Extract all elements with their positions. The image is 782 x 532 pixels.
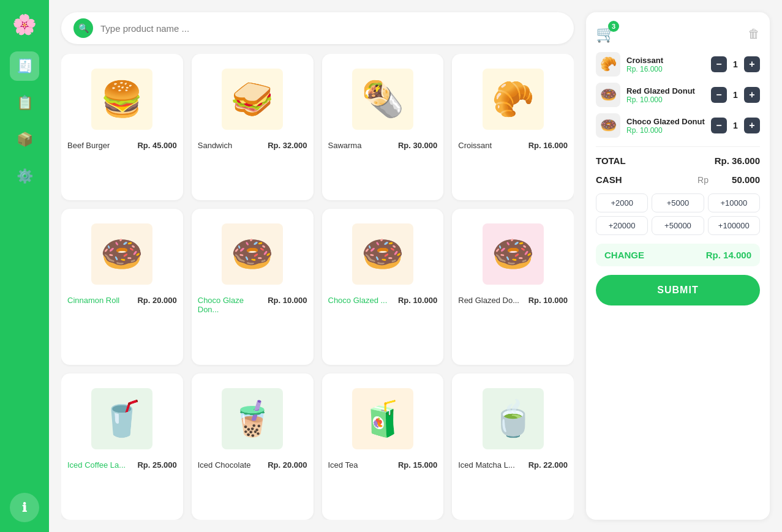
product-info: Iced Tea Rp. 15.000 xyxy=(328,460,438,470)
product-emoji: 🍵 xyxy=(483,388,544,449)
product-info: Choco Glaze Don... Rp. 10.000 xyxy=(198,296,307,314)
sidebar-item-pos[interactable]: 🧾 xyxy=(10,51,39,81)
product-info: Red Glazed Do... Rp. 10.000 xyxy=(458,296,568,305)
cart-item-details: Red Glazed Donut Rp. 10.000 xyxy=(626,86,705,104)
product-image: 🍩 xyxy=(458,217,568,291)
quick-amount-button[interactable]: +10000 xyxy=(708,193,760,212)
cart-item-image: 🥐 xyxy=(596,52,620,77)
product-card[interactable]: 🥪 Sandwich Rp. 32.000 xyxy=(192,54,314,200)
product-emoji: 🍩 xyxy=(222,223,283,285)
submit-button[interactable]: SUBMIT xyxy=(596,275,760,305)
cart-item-qty: − 1 + xyxy=(711,87,760,103)
product-price: Rp. 10.000 xyxy=(528,296,568,305)
product-price: Rp. 20.000 xyxy=(268,460,307,470)
product-name: Iced Coffee La... xyxy=(67,460,126,470)
product-emoji: 🧃 xyxy=(352,388,413,449)
quick-amount-button[interactable]: +50000 xyxy=(652,216,704,235)
product-emoji: 🌯 xyxy=(352,69,413,130)
cart-item-details: Choco Glazed Donut Rp. 10.000 xyxy=(626,117,705,135)
product-price: Rp. 32.000 xyxy=(268,141,307,150)
product-card[interactable]: 🧃 Iced Tea Rp. 15.000 xyxy=(322,373,444,520)
product-name: Iced Matcha L... xyxy=(458,460,515,470)
sidebar-item-settings[interactable]: ⚙️ xyxy=(10,162,39,191)
qty-increase-button[interactable]: + xyxy=(744,118,760,133)
product-card[interactable]: 🥤 Iced Coffee La... Rp. 25.000 xyxy=(61,373,183,520)
search-icon-wrap: 🔍 xyxy=(73,18,93,38)
search-input[interactable] xyxy=(100,23,562,34)
cart-delete-button[interactable]: 🗑 xyxy=(748,27,760,41)
product-name: Sandwich xyxy=(198,141,232,150)
cash-rp-label: Rp xyxy=(697,175,709,185)
product-name: Cinnamon Roll xyxy=(67,296,119,305)
product-card[interactable]: 🍩 Red Glazed Do... Rp. 10.000 xyxy=(452,209,574,364)
product-price: Rp. 45.000 xyxy=(137,141,176,150)
product-price: Rp. 15.000 xyxy=(398,460,437,470)
product-image: 🍩 xyxy=(198,217,307,291)
qty-value: 1 xyxy=(731,90,740,100)
product-emoji: 🥤 xyxy=(91,388,152,449)
product-card[interactable]: 🍩 Choco Glaze Don... Rp. 10.000 xyxy=(192,209,314,364)
cart-item-name: Choco Glazed Donut xyxy=(626,117,705,126)
main-content: 🔍 🍔 Beef Burger Rp. 45.000 🥪 Sandwich Rp… xyxy=(49,0,586,532)
qty-decrease-button[interactable]: − xyxy=(711,56,727,72)
cart-item-qty: − 1 + xyxy=(711,118,760,133)
qty-increase-button[interactable]: + xyxy=(744,56,760,72)
product-info: Cinnamon Roll Rp. 20.000 xyxy=(67,296,177,305)
change-amount: Rp. 14.000 xyxy=(706,250,751,260)
qty-increase-button[interactable]: + xyxy=(744,87,760,103)
quick-amount-button[interactable]: +20000 xyxy=(596,216,648,235)
cart-item: 🍩 Red Glazed Donut Rp. 10.000 − 1 + xyxy=(596,83,760,107)
product-image: 🥤 xyxy=(67,382,177,455)
cart-header: 🛒 3 🗑 xyxy=(596,24,760,43)
product-card[interactable]: 🥐 Croissant Rp. 16.000 xyxy=(452,54,574,200)
quick-amount-button[interactable]: +100000 xyxy=(708,216,760,235)
qty-value: 1 xyxy=(731,59,740,69)
product-name: Red Glazed Do... xyxy=(458,296,519,305)
cart-badge: 3 xyxy=(608,21,619,32)
quick-amounts: +2000+5000+10000+20000+50000+100000 xyxy=(596,193,760,235)
change-row: CHANGE Rp. 14.000 xyxy=(596,244,760,266)
product-emoji: 🧋 xyxy=(222,388,283,449)
sidebar-logo: 🌸 xyxy=(10,10,39,39)
right-panel: 🛒 3 🗑 🥐 Croissant Rp. 16.000 − 1 + 🍩 Red… xyxy=(586,12,770,520)
sidebar: 🌸 🧾 📋 📦 ⚙️ ℹ xyxy=(0,0,49,532)
product-info: Croissant Rp. 16.000 xyxy=(458,141,568,150)
sidebar-item-inventory[interactable]: 📦 xyxy=(10,125,39,154)
qty-decrease-button[interactable]: − xyxy=(711,118,727,133)
product-emoji: 🍩 xyxy=(91,223,152,285)
product-info: Iced Coffee La... Rp. 25.000 xyxy=(67,460,177,470)
cart-items: 🥐 Croissant Rp. 16.000 − 1 + 🍩 Red Glaze… xyxy=(596,52,760,138)
quick-amount-button[interactable]: +5000 xyxy=(652,193,704,212)
cart-icon-wrap[interactable]: 🛒 3 xyxy=(596,24,615,43)
product-card[interactable]: 🍩 Choco Glazed ... Rp. 10.000 xyxy=(322,209,444,364)
pos-icon: 🧾 xyxy=(17,58,33,74)
sidebar-info-button[interactable]: ℹ xyxy=(10,493,39,522)
product-emoji: 🥪 xyxy=(222,69,283,130)
qty-decrease-button[interactable]: − xyxy=(711,87,727,103)
product-name: Sawarma xyxy=(328,141,362,150)
product-image: 🥪 xyxy=(198,62,307,136)
product-price: Rp. 30.000 xyxy=(398,141,437,150)
sidebar-item-orders[interactable]: 📋 xyxy=(10,88,39,118)
quick-amount-button[interactable]: +2000 xyxy=(596,193,648,212)
product-card[interactable]: 🍔 Beef Burger Rp. 45.000 xyxy=(61,54,183,200)
product-card[interactable]: 🌯 Sawarma Rp. 30.000 xyxy=(322,54,444,200)
cash-row: CASH Rp xyxy=(596,174,760,185)
cart-item-image: 🍩 xyxy=(596,83,620,107)
cart-item: 🍩 Choco Glazed Donut Rp. 10.000 − 1 + xyxy=(596,113,760,138)
qty-value: 1 xyxy=(731,121,740,130)
total-row: TOTAL Rp. 36.000 xyxy=(596,155,760,166)
cash-input[interactable] xyxy=(711,174,760,185)
product-card[interactable]: 🍩 Cinnamon Roll Rp. 20.000 xyxy=(61,209,183,364)
product-name: Choco Glaze Don... xyxy=(198,296,265,314)
product-grid: 🍔 Beef Burger Rp. 45.000 🥪 Sandwich Rp. … xyxy=(61,54,574,520)
product-image: 🧃 xyxy=(328,382,438,455)
product-price: Rp. 25.000 xyxy=(137,460,176,470)
product-name: Croissant xyxy=(458,141,492,150)
product-image: 🍩 xyxy=(67,217,177,291)
cart-item-price: Rp. 10.000 xyxy=(626,96,705,104)
product-name: Beef Burger xyxy=(67,141,110,150)
product-price: Rp. 10.000 xyxy=(398,296,437,305)
product-card[interactable]: 🍵 Iced Matcha L... Rp. 22.000 xyxy=(452,373,574,520)
product-card[interactable]: 🧋 Iced Chocolate Rp. 20.000 xyxy=(192,373,314,520)
